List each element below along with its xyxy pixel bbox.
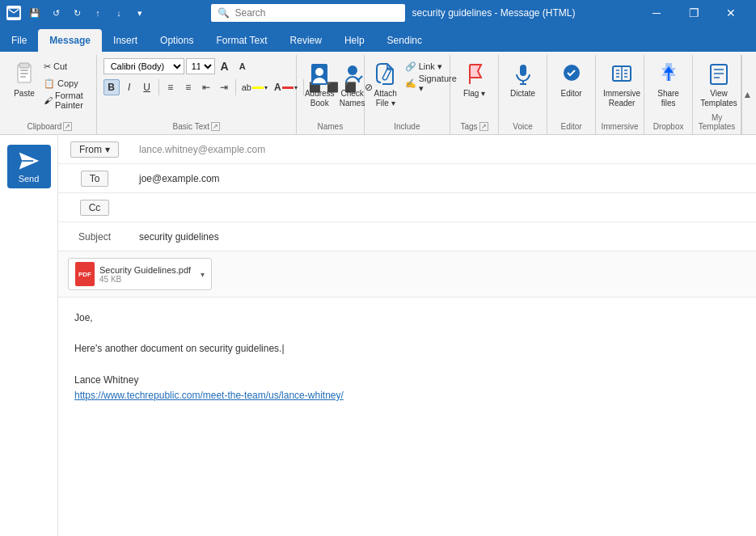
from-label[interactable]: From ▾ [70,141,119,158]
attach-name: Security Guidelines.pdf [99,265,191,275]
font-size-select[interactable]: 11 [186,58,215,74]
paste-label: Paste [14,89,35,99]
shrink-font-btn[interactable]: A [234,58,251,74]
to-value[interactable]: joe@example.com [131,168,756,189]
ribbon-scroll-right-btn[interactable]: ▲ [741,55,753,134]
ribbon-group-voice: Dictate Voice [499,55,547,134]
flag-icon [462,61,488,87]
tab-message[interactable]: Message [38,29,102,52]
my-templates-label: My Templates [699,112,734,131]
font-family-select[interactable]: Calibri (Body) [103,58,184,74]
check-names-btn[interactable]: CheckNames [338,58,367,112]
search-input[interactable] [234,7,399,19]
title-bar-center: 🔍 security guidelines - Message (HTML) [149,4,638,22]
tab-file[interactable]: File [0,29,38,52]
numbered-list-btn[interactable]: ≡ [180,79,196,95]
highlight-btn[interactable]: ab ▾ [239,79,270,95]
to-label[interactable]: To [81,171,109,187]
close-btn[interactable]: ✕ [712,0,750,26]
to-label-btn[interactable]: To [58,164,131,192]
title-bar: 💾 ↺ ↻ ↑ ↓ ▾ 🔍 security guidelines - Mess… [0,0,756,26]
editor-btn[interactable]: Editor [554,58,589,112]
attach-dropdown-icon[interactable]: ▾ [201,270,205,279]
from-label-btn[interactable]: From ▾ [58,135,131,163]
restore-btn[interactable]: ❐ [675,0,712,26]
send-btn[interactable]: Send [7,145,51,188]
view-templates-label: View Templates [700,89,737,108]
svg-rect-15 [711,65,727,84]
italic-btn[interactable]: I [121,79,137,95]
decrease-indent-btn[interactable]: ⇤ [198,79,214,95]
underline-btn[interactable]: U [139,79,155,95]
attach-file-label: AttachFile ▾ [374,89,397,108]
tab-help[interactable]: Help [333,29,376,52]
tags-expand-icon[interactable]: ↗ [479,122,488,131]
mail-body[interactable]: Joe, Here's another document on security… [58,298,756,536]
bullet-list-btn[interactable]: ≡ [163,79,179,95]
increase-indent-btn[interactable]: ⇥ [216,79,232,95]
ribbon-group-my-templates: View Templates My Templates [693,55,741,134]
clipboard-expand-icon[interactable]: ↗ [63,122,72,131]
mail-main: Send From ▾ lance.whitney@example.com [0,135,756,536]
tab-sendinc[interactable]: Sendinc [376,29,433,52]
view-templates-icon [706,61,732,87]
attach-file-btn[interactable]: AttachFile ▾ [371,58,400,112]
view-templates-btn[interactable]: View Templates [699,58,738,112]
share-files-btn[interactable]: Sharefiles [651,58,686,112]
copy-btn[interactable]: 📋 Copy [40,75,90,91]
font-color-btn[interactable]: A ▾ [272,79,300,95]
undo-tool-btn[interactable]: ↺ [47,4,65,22]
save-tool-btn[interactable]: 💾 [26,4,44,22]
include-label: Include [371,120,443,131]
cc-label-btn[interactable]: Cc [58,193,131,222]
basic-text-items: Calibri (Body) 11 A A B I U ≡ ≡ ⇤ ⇥ [103,58,289,120]
tab-insert[interactable]: Insert [102,29,149,52]
attach-info: Security Guidelines.pdf 45 KB [99,265,191,284]
subject-row: Subject security guidelines [58,222,756,251]
redo-tool-btn[interactable]: ↻ [68,4,86,22]
customize-tool-btn[interactable]: ▾ [131,4,149,22]
svg-rect-4 [20,73,28,74]
ribbon-tab-bar: File Message Insert Options Format Text … [0,26,756,52]
immersive-reader-btn[interactable]: ImmersiveReader [602,58,641,112]
tab-options[interactable]: Options [149,29,205,52]
cc-value[interactable] [131,203,756,213]
flag-btn[interactable]: Flag ▾ [457,58,492,112]
dropbox-label: Dropbox [651,120,686,131]
window-title: security guidelines - Message (HTML) [412,7,575,19]
editor-label: Editor [561,89,582,99]
title-search-box[interactable]: 🔍 [211,4,405,22]
minimize-btn[interactable]: ─ [638,0,675,26]
subject-value[interactable]: security guidelines [131,226,756,247]
format-painter-btn[interactable]: 🖌 Format Painter [40,92,90,108]
address-book-btn[interactable]: AddressBook [303,58,336,112]
tab-review[interactable]: Review [279,29,333,52]
quick-access-toolbar: 💾 ↺ ↻ ↑ ↓ ▾ [26,4,149,22]
down-tool-btn[interactable]: ↓ [110,4,128,22]
dictate-btn[interactable]: Dictate [505,58,540,112]
paste-btn[interactable]: Paste [10,58,39,112]
ribbon-group-tags: Flag ▾ Tags ↗ [450,55,499,134]
send-panel: Send [0,135,58,536]
cc-label-text: Cc [89,202,101,213]
svg-rect-5 [20,76,26,78]
cut-btn[interactable]: ✂ Cut [40,58,90,74]
up-tool-btn[interactable]: ↑ [89,4,107,22]
cut-icon: ✂ [44,61,51,72]
attachment-item[interactable]: PDF Security Guidelines.pdf 45 KB ▾ [68,258,212,290]
basic-text-expand-icon[interactable]: ↗ [211,122,220,131]
body-sender-link[interactable]: https://www.techrepublic.com/meet-the-te… [74,390,344,401]
tab-format-text[interactable]: Format Text [205,29,278,52]
highlight-dropdown-icon[interactable]: ▾ [264,84,268,91]
paste-icon [11,61,37,87]
grow-font-btn[interactable]: A [217,58,233,74]
font-color-icon: A [274,82,281,93]
dictate-label: Dictate [510,89,535,99]
cc-label[interactable]: Cc [80,200,110,216]
body-message: Here's another document on security guid… [74,341,740,357]
from-chevron-icon: ▾ [105,144,110,155]
bold-btn[interactable]: B [103,79,120,95]
svg-rect-2 [19,63,29,68]
my-templates-items: View Templates [699,58,734,112]
editor-icon [559,61,585,87]
